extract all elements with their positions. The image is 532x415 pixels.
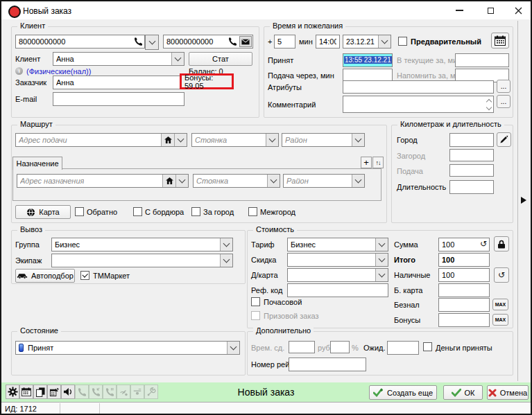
parking2-combo[interactable]: Стоянка — [193, 174, 280, 188]
info-icon[interactable]: i — [15, 67, 23, 75]
phonebook-edit-button[interactable] — [47, 385, 61, 399]
attributes-input[interactable] — [343, 80, 494, 94]
mileage-pickup-input[interactable] — [449, 164, 494, 177]
edit-mileage-button[interactable] — [497, 132, 511, 147]
flight-input[interactable] — [289, 357, 366, 371]
state-select[interactable]: Принят — [15, 341, 240, 355]
curb-checkbox[interactable] — [133, 207, 142, 216]
city-input[interactable] — [449, 133, 494, 147]
sms-button[interactable] — [239, 36, 252, 47]
pickup-address-combo[interactable]: Адрес подачи — [15, 133, 187, 147]
customer-input[interactable] — [53, 76, 180, 89]
phone1-dropdown-button[interactable] — [145, 35, 159, 50]
client-select[interactable]: Анна — [53, 52, 185, 66]
phone2-input[interactable] — [164, 35, 225, 48]
cashless-max-button[interactable]: MAX — [492, 299, 508, 310]
tariff-dropdown-button[interactable] — [375, 238, 388, 251]
phone-icon[interactable] — [133, 37, 143, 48]
titlebar[interactable]: Новый заказ — [1, 1, 531, 19]
phone2-field[interactable] — [163, 35, 253, 48]
maximize-button[interactable] — [477, 1, 504, 19]
tariff-select[interactable]: Бизнес — [287, 238, 388, 251]
dcard-dropdown-button[interactable] — [375, 269, 388, 281]
crew-dropdown-button[interactable] — [220, 254, 232, 267]
bankcard-input[interactable] — [438, 283, 490, 297]
dcard-select[interactable] — [287, 268, 388, 282]
sum-input[interactable] — [439, 238, 475, 251]
hourly-checkbox[interactable] — [251, 297, 260, 306]
group-dropdown-button[interactable] — [220, 238, 232, 251]
undo-icon[interactable]: ↺ — [480, 240, 487, 247]
settings-button[interactable] — [6, 385, 19, 399]
accepted-field[interactable]: 13:55 23.12.21 — [343, 53, 393, 67]
district2-combo[interactable]: Район — [283, 174, 365, 188]
pickup-dropdown-button[interactable] — [174, 134, 187, 146]
money-accepted-checkbox[interactable] — [423, 342, 432, 351]
current-in-input[interactable] — [455, 53, 509, 67]
scroll-arrows[interactable] — [487, 100, 491, 109]
stat-button[interactable]: Стат — [189, 52, 252, 66]
discount-dropdown-button[interactable] — [375, 254, 388, 266]
cancel-button[interactable]: Отмена — [487, 385, 529, 400]
discount-select[interactable] — [287, 253, 388, 267]
intercity-checkbox[interactable] — [248, 207, 257, 216]
wait-input[interactable] — [387, 341, 419, 355]
home-button[interactable] — [161, 134, 175, 146]
tmmarket-checkbox[interactable] — [80, 271, 89, 280]
duration-input[interactable] — [449, 180, 494, 194]
phone-icon[interactable] — [228, 37, 237, 48]
group-select[interactable]: Бизнес — [51, 238, 233, 251]
lock-sum-button[interactable] — [494, 236, 509, 251]
client-dropdown-button[interactable] — [171, 53, 184, 65]
phone1-input[interactable] — [16, 35, 127, 48]
out-of-town-checkbox[interactable] — [191, 207, 200, 216]
refcode-input[interactable] — [287, 283, 388, 297]
district1-combo[interactable]: Район — [282, 133, 365, 147]
attributes-more-button[interactable]: ... — [497, 80, 510, 93]
state-dropdown-button[interactable] — [227, 342, 239, 354]
sum-field[interactable]: ↺ — [438, 238, 490, 251]
comment-textarea[interactable] — [343, 96, 494, 113]
calendar-button[interactable] — [491, 33, 509, 48]
shift-input[interactable] — [289, 341, 315, 353]
date-select[interactable]: 23.12.21 — [343, 35, 391, 48]
parking1-dropdown-button[interactable] — [266, 134, 278, 146]
comment-more-button[interactable]: ... — [497, 95, 510, 108]
date-dropdown-button[interactable] — [378, 35, 391, 48]
shift-percent-input[interactable] — [330, 341, 350, 353]
parking2-dropdown-button[interactable] — [267, 175, 280, 187]
autoselect-button[interactable]: Автоподбор — [15, 269, 75, 283]
time-input[interactable] — [316, 35, 340, 48]
sound-button[interactable] — [61, 385, 75, 399]
sort-points-button[interactable]: ↑↓ — [372, 157, 384, 168]
calendar-tool-button[interactable] — [19, 385, 33, 399]
expand-panel-button[interactable] — [520, 196, 527, 206]
parking1-combo[interactable]: Стоянка — [191, 133, 279, 147]
total-input[interactable] — [438, 253, 490, 267]
reset-cash-button[interactable]: ↺ — [494, 267, 509, 283]
ok-button[interactable]: ОК — [443, 385, 483, 400]
create-more-button[interactable]: Создать еще — [369, 385, 437, 400]
suburb-input[interactable] — [449, 149, 494, 161]
email-input[interactable] — [53, 92, 185, 106]
phone1-field[interactable] — [15, 35, 145, 48]
bonuses-max-button[interactable]: MAX — [492, 314, 508, 326]
minimize-button[interactable] — [445, 1, 473, 19]
destination-tab[interactable]: Назначение — [12, 157, 62, 170]
return-checkbox[interactable] — [75, 207, 84, 216]
offset-min-input[interactable] — [274, 35, 295, 48]
destination-address-combo[interactable]: Адрес назначения — [17, 174, 189, 188]
bonuses-input[interactable] — [438, 313, 490, 327]
crew-select[interactable] — [51, 254, 233, 267]
add-point-button[interactable]: + — [361, 157, 372, 168]
district1-dropdown-button[interactable] — [352, 134, 364, 146]
cashless-input[interactable] — [438, 298, 490, 312]
home-button[interactable] — [162, 175, 176, 187]
preliminary-checkbox[interactable] — [398, 37, 407, 46]
copy-button[interactable] — [33, 385, 47, 399]
cash-input[interactable] — [438, 268, 490, 282]
destination-dropdown-button[interactable] — [175, 175, 188, 187]
map-button[interactable]: Карта — [15, 205, 71, 219]
district2-dropdown-button[interactable] — [352, 175, 364, 187]
close-button[interactable] — [506, 1, 531, 19]
